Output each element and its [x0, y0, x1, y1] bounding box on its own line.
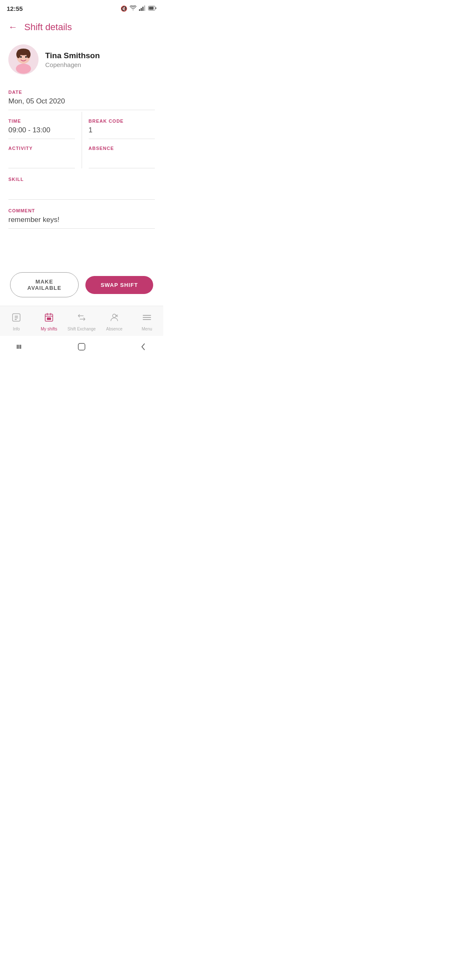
- time-value: 09:00 - 13:00: [8, 126, 75, 139]
- nav-label-shift-exchange: Shift Exchange: [67, 327, 95, 331]
- avatar: [8, 44, 39, 75]
- comment-value: remember keys!: [8, 216, 155, 228]
- time-label: TIME: [8, 119, 75, 124]
- date-value: Mon, 05 Oct 2020: [8, 97, 155, 110]
- svg-rect-31: [18, 345, 20, 349]
- svg-point-24: [113, 314, 116, 317]
- page-title: Shift details: [24, 22, 72, 33]
- nav-label-my-shifts: My shifts: [41, 327, 57, 331]
- info-icon: [11, 312, 21, 325]
- my-shifts-icon: [44, 312, 54, 325]
- nav-item-absence[interactable]: Absence: [98, 312, 131, 331]
- break-code-value: 1: [89, 126, 155, 139]
- time-break-row: TIME 09:00 - 13:00 BREAK CODE 1: [8, 112, 155, 139]
- recents-button[interactable]: [13, 339, 28, 354]
- signal-icon: [139, 5, 146, 12]
- comment-label: COMMENT: [8, 208, 155, 213]
- shift-exchange-icon: [77, 312, 87, 325]
- svg-rect-33: [78, 343, 85, 350]
- menu-icon: [142, 312, 152, 325]
- nav-label-menu: Menu: [141, 327, 152, 331]
- profile-section: Tina Smithson Copenhagen: [0, 39, 163, 83]
- break-code-label: BREAK CODE: [89, 119, 155, 124]
- back-button[interactable]: ←: [8, 22, 18, 33]
- svg-point-14: [25, 56, 27, 58]
- status-bar: 12:55 🔇: [0, 0, 163, 17]
- svg-rect-17: [15, 317, 18, 318]
- svg-point-13: [20, 56, 22, 58]
- profile-name: Tina Smithson: [45, 51, 100, 60]
- header: ← Shift details: [0, 17, 163, 39]
- svg-point-11: [16, 51, 21, 58]
- svg-rect-30: [17, 345, 18, 349]
- home-button[interactable]: [74, 339, 89, 354]
- back-system-button[interactable]: [136, 339, 151, 354]
- skill-value: [8, 184, 155, 199]
- svg-rect-0: [139, 9, 140, 11]
- svg-rect-16: [15, 316, 18, 317]
- date-label: DATE: [8, 90, 155, 95]
- activity-value: [8, 153, 75, 168]
- absence-col: ABSENCE: [82, 139, 155, 168]
- battery-icon: [148, 5, 157, 12]
- svg-rect-23: [47, 317, 51, 320]
- svg-rect-5: [149, 7, 154, 10]
- svg-rect-2: [142, 7, 144, 11]
- nav-item-info[interactable]: Info: [0, 312, 33, 331]
- nav-label-info: Info: [13, 327, 20, 331]
- svg-rect-18: [15, 319, 17, 320]
- status-icons: 🔇: [121, 5, 157, 12]
- time-col: TIME 09:00 - 13:00: [8, 112, 82, 139]
- wifi-icon: [130, 5, 136, 12]
- absence-label: ABSENCE: [89, 146, 155, 151]
- svg-rect-3: [144, 5, 145, 11]
- absence-icon: [109, 312, 119, 325]
- activity-label: ACTIVITY: [8, 146, 75, 151]
- svg-point-8: [16, 64, 31, 74]
- activity-absence-row: ACTIVITY ABSENCE: [8, 139, 155, 168]
- nav-item-my-shifts[interactable]: My shifts: [33, 312, 65, 331]
- svg-rect-32: [20, 345, 21, 349]
- fields-container: DATE Mon, 05 Oct 2020 TIME 09:00 - 13:00…: [0, 83, 163, 264]
- nav-item-shift-exchange[interactable]: Shift Exchange: [65, 312, 98, 331]
- absence-value: [89, 153, 155, 168]
- svg-point-12: [26, 51, 31, 58]
- status-time: 12:55: [7, 5, 23, 12]
- svg-rect-6: [156, 7, 157, 9]
- bottom-buttons: MAKE AVAILABLE SWAP SHIFT: [0, 264, 163, 306]
- home-indicator: [0, 336, 163, 357]
- nav-label-absence: Absence: [106, 327, 123, 331]
- swap-shift-button[interactable]: SWAP SHIFT: [85, 276, 153, 294]
- comment-field-group: COMMENT remember keys!: [8, 201, 155, 229]
- skill-field-group: SKILL: [8, 170, 155, 200]
- nav-bar: Info My shifts Sh: [0, 306, 163, 336]
- profile-location: Copenhagen: [45, 61, 100, 68]
- profile-info: Tina Smithson Copenhagen: [45, 51, 100, 68]
- activity-col: ACTIVITY: [8, 139, 82, 168]
- date-field-group: DATE Mon, 05 Oct 2020: [8, 83, 155, 110]
- spacer: [8, 230, 155, 264]
- svg-rect-1: [141, 8, 142, 11]
- mute-icon: 🔇: [121, 5, 127, 12]
- skill-label: SKILL: [8, 177, 155, 182]
- break-code-col: BREAK CODE 1: [82, 112, 155, 139]
- nav-item-menu[interactable]: Menu: [131, 312, 163, 331]
- make-available-button[interactable]: MAKE AVAILABLE: [10, 272, 79, 297]
